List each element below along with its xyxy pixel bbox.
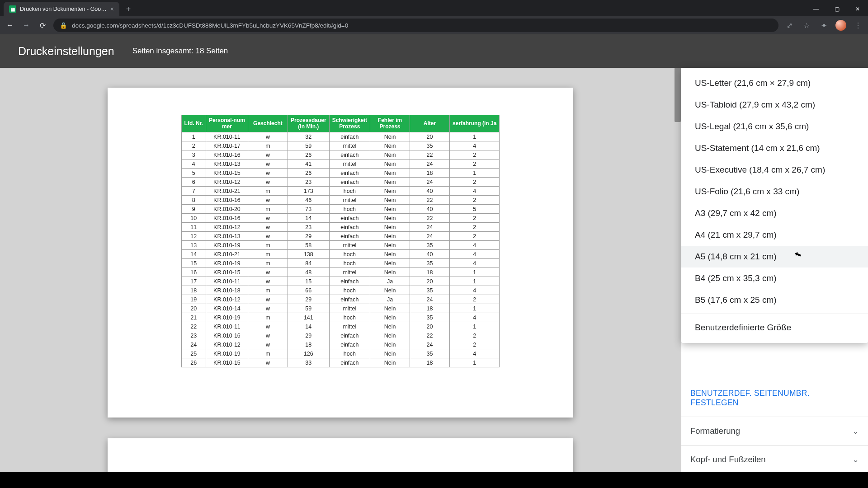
paper-size-option[interactable]: US-Tabloid (27,9 cm x 43,2 cm): [681, 94, 868, 116]
paper-size-option[interactable]: US-Letter (21,6 cm × 27,9 cm): [681, 72, 868, 94]
tab-close-icon[interactable]: ×: [110, 5, 114, 13]
table-cell: einfach: [329, 223, 370, 232]
table-cell: 4: [450, 286, 500, 295]
table-cell: 22: [181, 322, 206, 331]
print-preview-area[interactable]: Lfd. Nr.Personal-nummerGeschlechtProzess…: [0, 68, 681, 472]
table-row: 11KR.010-12w23einfachNein242: [181, 223, 500, 232]
paper-size-custom-option[interactable]: Benutzerdefinierte Größe: [681, 317, 868, 338]
table-cell: Nein: [370, 349, 410, 358]
table-cell: einfach: [329, 358, 370, 367]
table-cell: 23: [288, 223, 329, 232]
table-cell: einfach: [329, 232, 370, 241]
bookmark-star-icon[interactable]: ☆: [801, 21, 812, 30]
paper-size-option[interactable]: US-Folio (21,6 cm x 33 cm): [681, 181, 868, 202]
table-cell: 29: [288, 295, 329, 304]
table-cell: KR.010-19: [206, 241, 248, 250]
table-cell: KR.010-16: [206, 150, 248, 160]
nav-forward-icon: →: [21, 21, 32, 29]
window-maximize-button[interactable]: ▢: [826, 2, 847, 16]
chevron-down-icon: ⌄: [852, 426, 859, 436]
table-cell: 29: [288, 232, 329, 241]
table-cell: Nein: [370, 268, 410, 277]
address-bar[interactable]: 🔒 docs.google.com/spreadsheets/d/1cz3cDU…: [53, 19, 778, 32]
table-cell: Nein: [370, 132, 410, 141]
window-minimize-button[interactable]: —: [806, 2, 826, 16]
paper-size-option[interactable]: A5 (14,8 cm x 21 cm): [681, 246, 868, 267]
column-header: Fehler imProzess: [370, 115, 410, 132]
table-cell: 18: [410, 268, 450, 277]
table-cell: 35: [410, 286, 450, 295]
table-row: 6KR.010-12w23einfachNein242: [181, 178, 500, 187]
table-cell: 12: [181, 232, 206, 241]
table-cell: Nein: [370, 160, 410, 169]
table-cell: 1: [181, 132, 206, 141]
table-cell: KR.010-11: [206, 132, 248, 141]
nav-back-icon[interactable]: ←: [5, 21, 15, 29]
table-cell: 4: [450, 141, 500, 150]
paper-size-option[interactable]: US-Executive (18,4 cm x 26,7 cm): [681, 159, 868, 181]
paper-size-option[interactable]: A4 (21 cm x 29,7 cm): [681, 224, 868, 246]
column-header: Prozessdauer(in Min.): [288, 115, 329, 132]
table-cell: KR.010-14: [206, 304, 248, 313]
table-cell: w: [248, 223, 288, 232]
table-cell: Nein: [370, 205, 410, 214]
table-cell: m: [248, 241, 288, 250]
column-header: Personal-nummer: [206, 115, 248, 132]
table-cell: 35: [410, 241, 450, 250]
table-cell: 22: [410, 150, 450, 160]
window-close-button[interactable]: ✕: [847, 2, 868, 16]
section-headers-footers[interactable]: Kopf- und Fußzeilen ⌄: [681, 445, 868, 474]
section-formatting-label: Formatierung: [690, 426, 740, 436]
table-row: 17KR.010-11w15einfachJa201: [181, 277, 500, 286]
table-cell: 4: [181, 160, 206, 169]
browser-tab[interactable]: ▦ Drucken von Dokumenten - Goo… ×: [4, 2, 119, 16]
table-cell: KR.010-13: [206, 160, 248, 169]
table-cell: mittel: [329, 160, 370, 169]
paper-size-dropdown[interactable]: US-Letter (21,6 cm × 27,9 cm)US-Tabloid …: [681, 68, 868, 343]
table-cell: 13: [181, 241, 206, 250]
table-cell: 4: [450, 241, 500, 250]
paper-size-option[interactable]: B4 (25 cm x 35,3 cm): [681, 267, 868, 289]
new-tab-button[interactable]: +: [122, 3, 135, 15]
table-cell: KR.010-19: [206, 313, 248, 322]
table-cell: Nein: [370, 358, 410, 367]
table-cell: 24: [410, 340, 450, 349]
paper-size-option[interactable]: A3 (29,7 cm x 42 cm): [681, 202, 868, 224]
custom-page-breaks-button[interactable]: BENUTZERDEF. SEITENUMBR. FESTLEGEN: [681, 380, 868, 417]
nav-reload-icon[interactable]: ⟳: [37, 21, 48, 30]
table-cell: 173: [288, 187, 329, 196]
table-cell: 8: [181, 196, 206, 205]
table-cell: 2: [181, 141, 206, 150]
table-cell: 1: [450, 304, 500, 313]
table-cell: 14: [288, 322, 329, 331]
table-cell: KR.010-17: [206, 141, 248, 150]
extensions-icon[interactable]: ✦: [818, 21, 829, 30]
sheets-favicon-icon: ▦: [9, 5, 16, 13]
column-header: Lfd. Nr.: [181, 115, 206, 132]
table-cell: 2: [450, 178, 500, 187]
table-cell: 7: [181, 187, 206, 196]
table-cell: Nein: [370, 150, 410, 160]
paper-size-option[interactable]: B5 (17,6 cm x 25 cm): [681, 289, 868, 311]
paper-size-option[interactable]: US-Legal (21,6 cm x 35,6 cm): [681, 116, 868, 137]
section-formatting[interactable]: Formatierung ⌄: [681, 417, 868, 445]
print-settings-header: Druckeinstellungen Seiten insgesamt: 18 …: [0, 34, 868, 68]
table-cell: 5: [450, 205, 500, 214]
table-row: 8KR.010-16w46mittelNein222: [181, 196, 500, 205]
browser-menu-icon[interactable]: ⋮: [853, 21, 863, 30]
profile-avatar[interactable]: [835, 20, 846, 31]
table-cell: KR.010-12: [206, 295, 248, 304]
table-cell: 41: [288, 160, 329, 169]
table-cell: mittel: [329, 196, 370, 205]
table-cell: 2: [450, 160, 500, 169]
url-text: docs.google.com/spreadsheets/d/1cz3cDUFS…: [72, 22, 348, 29]
paper-size-option[interactable]: US-Statement (14 cm x 21,6 cm): [681, 137, 868, 159]
table-cell: 24: [181, 340, 206, 349]
table-cell: 15: [181, 259, 206, 268]
table-cell: 1: [450, 268, 500, 277]
zoom-icon[interactable]: ⤢: [784, 21, 795, 30]
table-cell: mittel: [329, 241, 370, 250]
table-cell: 26: [288, 150, 329, 160]
table-cell: 25: [181, 349, 206, 358]
preview-scrollbar[interactable]: [675, 68, 681, 122]
